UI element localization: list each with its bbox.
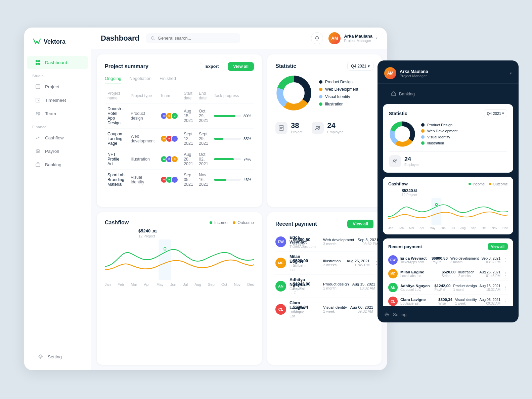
project-summary-card: Project summary Export View all Ongoing … bbox=[97, 54, 262, 207]
sec-payment-time: 01:45 PM bbox=[480, 274, 500, 278]
svg-rect-9 bbox=[36, 164, 40, 167]
secondary-period-dropdown[interactable]: Q4 2021 ▾ bbox=[484, 109, 507, 117]
payment-mid: $520,00 Stripe bbox=[293, 259, 320, 267]
tab-finished[interactable]: Finished bbox=[160, 76, 176, 84]
tab-ongoing[interactable]: Ongoing bbox=[105, 76, 121, 84]
stat-title: Statistic bbox=[275, 63, 296, 69]
legend-label: Product Design bbox=[325, 80, 353, 84]
sec-month-labels: JanFebMarAprMayJunJulAugSepOctNovDec bbox=[388, 226, 508, 230]
month-label: Feb bbox=[118, 282, 124, 286]
payment-service: PayPal bbox=[293, 242, 320, 246]
sidebar-item-project[interactable]: Project bbox=[27, 80, 88, 93]
sec-more-options-icon[interactable]: ⋮ bbox=[504, 271, 508, 276]
sec-payer-source: TicketApps.com bbox=[400, 260, 429, 264]
sec-payer-name: Erica Weynact bbox=[400, 256, 429, 260]
sec-payment-type: Web development bbox=[450, 256, 479, 260]
project-icon bbox=[35, 84, 41, 90]
payment-avatar: EW bbox=[275, 236, 286, 247]
sec-more-options-icon[interactable]: ⋮ bbox=[504, 285, 508, 290]
svg-rect-18 bbox=[279, 126, 284, 130]
sec-payment-datetime: Aug 26, 2021 01:45 PM bbox=[480, 270, 500, 278]
logo: Vektora bbox=[24, 37, 91, 56]
sec-payment-avatar: EW bbox=[388, 255, 398, 265]
payment-duration: 1 month bbox=[323, 286, 349, 290]
notification-button[interactable] bbox=[311, 32, 323, 44]
sec-payment-service: PayPal bbox=[432, 260, 448, 264]
payment-date: Aug 06, 2021 bbox=[350, 305, 373, 309]
project-name-cell: Doorsh - Hotel App Design bbox=[105, 103, 128, 128]
sidebar-item-dashboard[interactable]: Dashboard bbox=[27, 56, 88, 69]
sidebar-item-setting[interactable]: Setting bbox=[30, 350, 86, 363]
sec-more-options-icon[interactable]: ⋮ bbox=[504, 258, 508, 262]
sec-payment-type: Illustration bbox=[458, 270, 477, 274]
sec-employee-item: 24 Employee bbox=[389, 155, 419, 167]
legend-label: Visual Identity bbox=[325, 94, 350, 99]
setting-icon-dark bbox=[384, 312, 390, 317]
team-cell: ABC bbox=[158, 103, 181, 128]
income-label: Income bbox=[214, 220, 227, 225]
view-all-button[interactable]: View all bbox=[228, 62, 254, 71]
payment-mid: $1242,00 PayPal bbox=[293, 282, 320, 291]
sec-payment-type-info: Illustration 2 weeks bbox=[458, 270, 477, 278]
legend-dot bbox=[319, 88, 322, 91]
period-label: Q4 2021 bbox=[351, 64, 366, 69]
payment-mid: $300,34 Wise bbox=[293, 305, 320, 314]
sec-payment-time: 03:32 PM bbox=[481, 260, 500, 264]
sidebar-item-banking[interactable]: Banking bbox=[27, 158, 88, 171]
payment-amount: $1242,00 bbox=[293, 282, 320, 286]
payment-avatar: CL bbox=[275, 304, 286, 315]
col-start-date: Start date bbox=[181, 89, 196, 103]
peak-sub: 12 Project bbox=[138, 234, 254, 238]
export-button[interactable]: Export bbox=[200, 62, 225, 71]
secondary-setting-item[interactable]: Setting bbox=[378, 306, 519, 322]
sec-payment-amount: $1242,00 bbox=[435, 284, 451, 288]
list-item: AN Adhitya Nguyen Carousel LLC $1242,00 … bbox=[275, 275, 373, 298]
month-label: Nov bbox=[234, 282, 240, 286]
outcome-legend: Outcome bbox=[233, 220, 254, 225]
payment-view-all-button[interactable]: View all bbox=[347, 220, 373, 228]
sec-view-all-button[interactable]: View all bbox=[488, 243, 508, 250]
svg-point-32 bbox=[396, 160, 397, 161]
sec-payment-avatar: AN bbox=[388, 283, 398, 292]
sec-legend-1: Web Development bbox=[421, 129, 457, 133]
employee-count-icon bbox=[312, 122, 324, 134]
svg-rect-4 bbox=[36, 85, 40, 89]
topbar: Dashboard AM Arka Maul bbox=[91, 28, 387, 49]
secondary-topbar: AM Arka Maulana Project Manager ▾ bbox=[378, 60, 519, 84]
month-label: Oct bbox=[221, 282, 227, 286]
team-cell: ABC bbox=[158, 169, 181, 190]
sidebar-item-cashflow[interactable]: Cashflow bbox=[27, 131, 88, 144]
sidebar-item-timesheet[interactable]: Timesheet bbox=[27, 94, 88, 106]
income-dot bbox=[210, 221, 212, 224]
payment-list: EW Erica Weynact TicketApps.com $6800,50… bbox=[275, 232, 373, 321]
month-label: Aug bbox=[194, 282, 201, 286]
payment-time: 03:32 PM bbox=[357, 242, 378, 246]
secondary-stat-title: Statistic bbox=[389, 111, 407, 116]
sec-cashflow-chart bbox=[388, 198, 508, 225]
sec-payment-mid: $300,34 Wise bbox=[438, 298, 452, 305]
project-label: Project bbox=[291, 130, 302, 134]
sec-more-options-icon[interactable]: ⋮ bbox=[504, 299, 508, 304]
sidebar-item-label: Team bbox=[45, 111, 56, 116]
search-input[interactable] bbox=[158, 36, 235, 41]
sidebar-item-team[interactable]: Team bbox=[27, 107, 88, 120]
search-bar[interactable] bbox=[146, 33, 240, 43]
sec-payment-mid: $1242,00 PayPal bbox=[435, 284, 451, 292]
card-actions: Export View all bbox=[200, 62, 254, 71]
payment-time: 09:32 AM bbox=[350, 309, 373, 313]
banking-item-dark[interactable]: Banking bbox=[384, 88, 512, 100]
sidebar: Vektora Dashboard Studio P bbox=[24, 28, 91, 370]
user-info[interactable]: AM Arka Maulana Project Manager ▾ bbox=[328, 32, 378, 44]
payment-date: Aug 15, 2021 bbox=[352, 282, 375, 286]
svg-rect-2 bbox=[36, 63, 38, 65]
col-project-name: Project name bbox=[105, 89, 128, 103]
sec-employee-icon bbox=[389, 155, 401, 167]
chevron-down-icon: ▾ bbox=[510, 71, 512, 76]
team-avatar: C bbox=[171, 176, 178, 183]
period-dropdown[interactable]: Q4 2021 ▾ bbox=[347, 62, 373, 71]
sidebar-item-payroll[interactable]: Payroll bbox=[27, 145, 88, 158]
sec-payment-time: 10:32 AM bbox=[480, 288, 500, 292]
sec-payment-duration: 1 week bbox=[455, 302, 477, 305]
sidebar-section-finance: Finance bbox=[24, 120, 91, 131]
tab-negotiation[interactable]: Negotiation bbox=[129, 76, 151, 84]
